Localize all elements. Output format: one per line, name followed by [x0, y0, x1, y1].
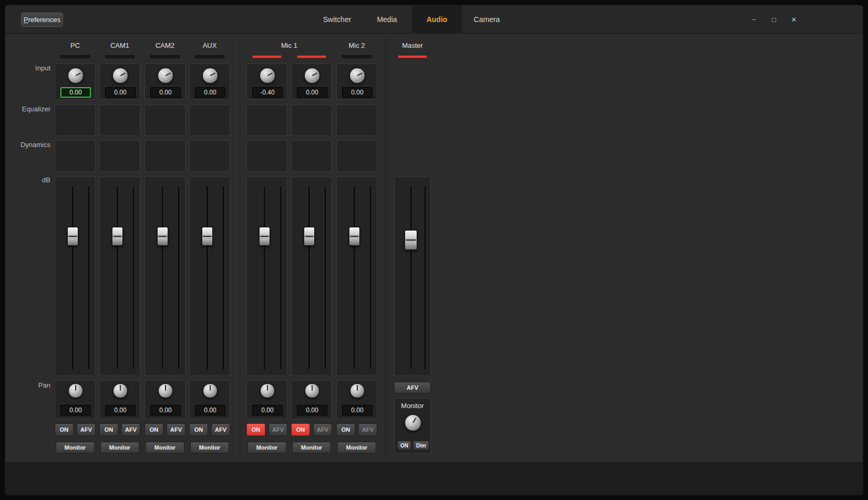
pan-value[interactable]: 0.00	[252, 405, 283, 415]
on-button[interactable]: ON	[291, 423, 310, 436]
channel-buttons: ON AFV	[246, 423, 287, 436]
knob-pointer	[267, 72, 273, 76]
input-gain-value[interactable]: 0.00	[105, 87, 136, 98]
afv-button[interactable]: AFV	[167, 423, 185, 436]
knob-pointer	[210, 385, 211, 391]
monitor-on-button[interactable]: ON	[397, 441, 411, 450]
pan-knob[interactable]	[305, 383, 319, 398]
on-button[interactable]: ON	[189, 423, 208, 436]
master-fader-panel	[394, 176, 431, 376]
monitor-button[interactable]: Monitor	[292, 442, 331, 453]
equalizer-panel[interactable]	[291, 105, 332, 136]
pan-knob[interactable]	[203, 383, 218, 398]
on-button[interactable]: ON	[336, 423, 355, 436]
input-gain-knob[interactable]	[68, 68, 84, 84]
preferences-button[interactable]: Preferences	[21, 13, 63, 27]
afv-button[interactable]: AFV	[358, 423, 377, 436]
fader-handle[interactable]	[349, 227, 360, 246]
afv-button[interactable]: AFV	[121, 423, 140, 436]
monitor-button[interactable]: Monitor	[337, 442, 376, 453]
pan-value[interactable]: 0.00	[150, 405, 181, 415]
on-button[interactable]: ON	[144, 423, 163, 436]
monitor-button[interactable]: Monitor	[146, 442, 184, 453]
dynamics-panel[interactable]	[144, 140, 185, 172]
equalizer-panel[interactable]	[189, 105, 230, 136]
afv-button[interactable]: AFV	[268, 423, 287, 436]
monitor-dim-button[interactable]: Dim	[413, 441, 429, 450]
row-label-input: Input	[5, 64, 50, 72]
dynamics-panel[interactable]	[246, 140, 287, 172]
input-gain-panel: 0.00	[291, 64, 332, 100]
master-fader-handle[interactable]	[405, 230, 417, 250]
on-button[interactable]: ON	[246, 423, 265, 436]
pan-knob[interactable]	[158, 383, 173, 398]
dynamics-panel[interactable]	[99, 140, 140, 172]
tab-audio[interactable]: Audio	[412, 5, 462, 34]
pan-panel: 0.00	[189, 380, 230, 419]
close-button[interactable]: ✕	[787, 13, 801, 26]
pan-knob[interactable]	[113, 383, 128, 398]
monitor-button[interactable]: Monitor	[190, 442, 229, 453]
fader-handle[interactable]	[202, 227, 213, 246]
afv-button[interactable]: AFV	[211, 423, 230, 436]
minimize-button[interactable]: −	[747, 13, 761, 26]
input-gain-value[interactable]: 0.00	[150, 87, 181, 98]
monitor-button[interactable]: Monitor	[100, 442, 139, 453]
on-button[interactable]: ON	[99, 423, 118, 436]
fader-handle[interactable]	[67, 227, 78, 246]
pan-knob[interactable]	[350, 383, 365, 398]
pan-value[interactable]: 0.00	[195, 405, 225, 415]
input-gain-knob[interactable]	[112, 68, 128, 84]
afv-button[interactable]: AFV	[77, 423, 96, 436]
fader-groove	[305, 236, 313, 237]
input-gain-knob[interactable]	[349, 68, 365, 84]
input-gain-knob[interactable]	[202, 68, 218, 84]
equalizer-panel[interactable]	[144, 105, 185, 136]
channel-buttons: ON AFV	[336, 423, 377, 436]
input-gain-value[interactable]: 0.00	[297, 87, 327, 98]
input-gain-value[interactable]: 0.00	[195, 87, 225, 98]
input-gain-value[interactable]: 0.00	[342, 87, 373, 98]
tab-switcher[interactable]: Switcher	[312, 5, 362, 34]
input-gain-value[interactable]: 0.00	[60, 87, 91, 98]
dynamics-panel[interactable]	[291, 140, 332, 172]
dynamics-panel[interactable]	[55, 140, 96, 172]
master-afv-button[interactable]: AFV	[394, 382, 431, 393]
pan-value[interactable]: 0.00	[60, 405, 91, 415]
input-gain-value[interactable]: -0.40	[252, 87, 283, 98]
equalizer-panel[interactable]	[336, 105, 377, 136]
monitor-level-knob[interactable]	[405, 414, 421, 431]
afv-button[interactable]: AFV	[313, 423, 332, 436]
tally-indicator	[297, 55, 326, 58]
dynamics-panel[interactable]	[189, 140, 230, 172]
fader-handle[interactable]	[304, 227, 315, 246]
monitor-button[interactable]: Monitor	[56, 442, 95, 453]
dynamics-panel[interactable]	[336, 140, 377, 172]
monitor-buttons: ON Dim	[397, 441, 429, 450]
equalizer-panel[interactable]	[246, 105, 287, 136]
level-meter	[178, 186, 180, 369]
fader-handle[interactable]	[259, 227, 270, 246]
level-meter	[133, 186, 135, 369]
input-gain-knob[interactable]	[158, 68, 173, 84]
fader-groove	[406, 239, 416, 241]
input-gain-knob[interactable]	[304, 68, 320, 84]
pan-value[interactable]: 0.00	[105, 405, 136, 415]
fader-groove	[350, 236, 358, 237]
pan-knob[interactable]	[68, 383, 83, 398]
pan-knob[interactable]	[260, 383, 275, 398]
monitor-section-title: Monitor	[395, 402, 430, 410]
tally-indicator	[398, 55, 427, 58]
equalizer-panel[interactable]	[99, 105, 140, 136]
monitor-button[interactable]: Monitor	[247, 442, 286, 453]
fader-handle[interactable]	[157, 227, 168, 246]
pan-value[interactable]: 0.00	[342, 405, 373, 415]
input-gain-knob[interactable]	[260, 68, 275, 84]
fader-handle[interactable]	[112, 227, 123, 246]
maximize-button[interactable]: □	[767, 13, 781, 26]
pan-value[interactable]: 0.00	[297, 405, 327, 415]
tab-media[interactable]: Media	[362, 5, 412, 34]
tab-camera[interactable]: Camera	[462, 5, 512, 34]
on-button[interactable]: ON	[55, 423, 74, 436]
equalizer-panel[interactable]	[55, 105, 96, 136]
